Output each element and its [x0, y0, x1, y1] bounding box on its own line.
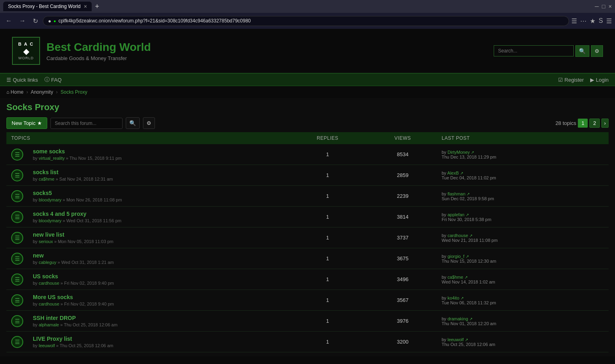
topic-author-link[interactable]: virtual_reality: [39, 156, 65, 161]
address-bar[interactable]: ● ● cplfk4kp5dzeakwc.onion/viewforum.php…: [43, 16, 569, 26]
post-link-icon: ↗: [460, 171, 463, 175]
topic-views-cell: 2859: [368, 165, 437, 186]
topic-status-icon: ☰: [11, 211, 23, 223]
topic-author-link[interactable]: ca$hme: [39, 177, 54, 181]
topic-last-post-cell: by dramaking ↗ Thu Nov 01, 2018 12:20 am: [437, 311, 609, 332]
topic-title-link[interactable]: new live list: [33, 231, 64, 238]
url-text: cplfk4kp5dzeakwc.onion/viewforum.php?f=2…: [58, 18, 564, 24]
topic-title-link[interactable]: LIVE Proxy list: [33, 336, 72, 342]
maximize-button[interactable]: □: [602, 3, 605, 10]
register-icon: ☑: [558, 77, 563, 83]
last-post-author-link[interactable]: ko4ito: [448, 296, 459, 300]
forward-button[interactable]: →: [17, 16, 28, 25]
breadcrumb-sep-1: ›: [26, 89, 28, 95]
topic-views-cell: 8534: [368, 144, 437, 165]
login-link[interactable]: ▶ Login: [590, 77, 609, 83]
topic-author-link[interactable]: leeuwolf: [39, 343, 55, 348]
topic-author-link[interactable]: cardhouse: [39, 281, 59, 286]
site-header: B A C ◆ WORLD Best Carding World Cardabl…: [0, 29, 615, 74]
post-link-icon: ↗: [469, 233, 472, 238]
topic-author-link[interactable]: alphamale: [39, 322, 59, 327]
page-2-button[interactable]: 2: [589, 119, 599, 128]
topic-replies-cell: 1: [287, 144, 369, 165]
topics-column-header: TOPICS: [6, 132, 287, 144]
topic-title-link[interactable]: socks list: [33, 169, 58, 175]
last-post-author-link[interactable]: cardhouse: [448, 233, 468, 238]
topic-replies-cell: 1: [287, 269, 369, 290]
refresh-button[interactable]: ↻: [30, 16, 40, 26]
topic-status-icon: ☰: [11, 336, 23, 348]
topic-meta: by cardhouse » Fri Nov 02, 2018 9:40 pm: [33, 281, 282, 286]
topic-title-link[interactable]: SSH inter DROP: [33, 315, 76, 321]
topic-status-icon: ☰: [11, 253, 23, 265]
topic-title-link[interactable]: More US socks: [33, 294, 73, 300]
last-post-info: by DirtyMoney ↗ Thu Dec 13, 2018 11:29 p…: [442, 150, 604, 159]
last-post-author-link[interactable]: dramaking: [448, 316, 468, 321]
topic-last-post-cell: by leeuwolf ↗ Thu Oct 25, 2018 12:06 am: [437, 332, 609, 352]
star-icon[interactable]: ★: [590, 17, 595, 25]
topic-replies-cell: 1: [287, 227, 369, 248]
search-input[interactable]: [494, 45, 574, 56]
bookmark-icon[interactable]: ☰: [571, 17, 577, 25]
browser-tab-active[interactable]: Socks Proxy - Best Carding World ×: [3, 2, 92, 11]
nav-right: ☑ Register ▶ Login: [558, 77, 609, 83]
topic-icon-cell: ☰: [6, 311, 28, 332]
new-topic-label: New Topic: [12, 120, 36, 126]
menu-icon[interactable]: ☰: [606, 17, 612, 25]
topic-status-icon: ☰: [11, 232, 23, 244]
sync-icon[interactable]: S: [599, 17, 603, 24]
login-icon: ▶: [590, 77, 594, 83]
topic-author-link[interactable]: cardhouse: [39, 302, 59, 306]
next-page-button[interactable]: ›: [601, 119, 609, 128]
last-post-author-link[interactable]: giorgio_f: [448, 254, 464, 259]
forum-advanced-search-button[interactable]: ⚙: [143, 117, 155, 129]
tab-close-button[interactable]: ×: [84, 3, 87, 10]
breadcrumb: ⌂ Home › Anonymity › Socks Proxy: [0, 86, 615, 98]
breadcrumb-home[interactable]: Home: [11, 89, 24, 95]
new-topic-star-icon: ★: [37, 120, 42, 126]
last-post-author-link[interactable]: applefan: [448, 212, 464, 217]
topic-author-link[interactable]: serioux: [39, 239, 53, 244]
close-window-button[interactable]: ×: [609, 3, 612, 10]
topic-title-link[interactable]: some socks: [33, 148, 65, 155]
table-row: ☰ new by cableguy » Wed Oct 31, 2018 1:2…: [6, 248, 609, 269]
search-settings-button[interactable]: ⚙: [591, 45, 603, 57]
search-button[interactable]: 🔍: [575, 45, 589, 57]
forum-section: Socks Proxy New Topic ★ 🔍 ⚙ 28 topics 1 …: [0, 98, 615, 356]
breadcrumb-anonymity[interactable]: Anonymity: [31, 89, 53, 95]
topic-author-link[interactable]: cableguy: [39, 260, 56, 265]
forum-search-button[interactable]: 🔍: [126, 117, 140, 129]
minimize-button[interactable]: ─: [595, 3, 599, 10]
topic-author-link[interactable]: bloodymary: [39, 218, 62, 223]
last-post-author-link[interactable]: DirtyMoney: [448, 150, 470, 155]
topic-title-link[interactable]: socks 4 and 5 proxy: [33, 211, 86, 217]
browser-titlebar: Socks Proxy - Best Carding World × + ─ □…: [0, 0, 615, 13]
last-post-author-link[interactable]: leeuwolf: [448, 337, 464, 342]
more-options-icon[interactable]: ⋯: [580, 17, 587, 25]
last-post-info: by flashman ↗ Sun Dec 02, 2018 9:58 pm: [442, 191, 604, 201]
new-topic-button[interactable]: New Topic ★: [6, 117, 47, 129]
back-button[interactable]: ←: [3, 16, 14, 25]
forum-search-input[interactable]: [50, 118, 123, 129]
topic-title-link[interactable]: US socks: [33, 273, 58, 280]
last-post-author-link[interactable]: AlexB: [447, 171, 459, 175]
last-post-author-link[interactable]: ca$hme: [448, 275, 463, 280]
topic-title-link[interactable]: socks5: [33, 190, 52, 196]
register-link[interactable]: ☑ Register: [558, 77, 584, 83]
topic-title-link[interactable]: new: [33, 252, 44, 259]
last-post-author-link[interactable]: flashman: [448, 191, 466, 196]
topic-last-post-cell: by giorgio_f ↗ Thu Nov 15, 2018 12:30 am: [437, 248, 609, 269]
table-row: ☰ new live list by serioux » Mon Nov 05,…: [6, 227, 609, 248]
quicklinks-menu[interactable]: ☰ Quick links: [6, 77, 38, 83]
tab-title: Socks Proxy - Best Carding World: [8, 4, 80, 9]
topic-icon-cell: ☰: [6, 144, 28, 165]
new-tab-button[interactable]: +: [95, 2, 99, 11]
page-1-button[interactable]: 1: [578, 119, 588, 128]
topic-info-cell: More US socks by cardhouse » Fri Nov 02,…: [28, 290, 287, 311]
nav-bar: ☰ Quick links ⓘ FAQ ☑ Register ▶ Login: [0, 74, 615, 86]
faq-link[interactable]: ⓘ FAQ: [44, 76, 62, 83]
post-link-icon: ↗: [464, 275, 468, 280]
login-label: Login: [596, 77, 609, 83]
topic-author-link[interactable]: bloodymary: [39, 197, 62, 202]
replies-column-header: REPLIES: [287, 132, 369, 144]
